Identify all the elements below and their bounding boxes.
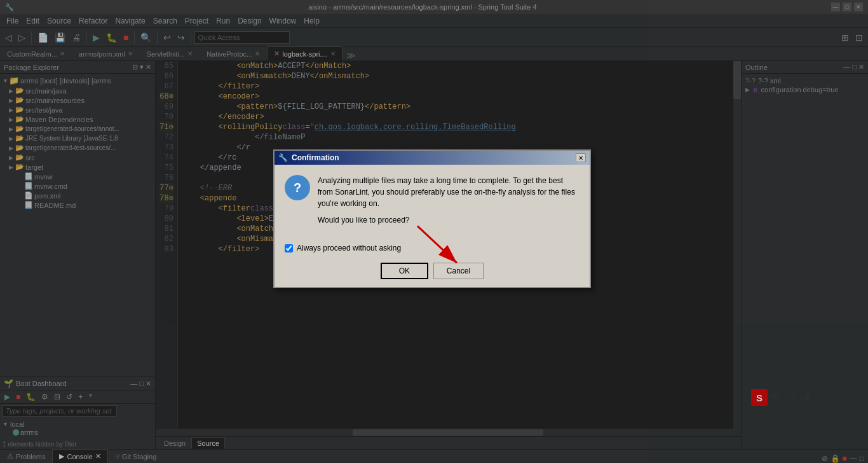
dialog-close-button[interactable]: ✕	[576, 153, 586, 162]
dialog-titlebar: 🔧 Confirmation ✕	[275, 151, 590, 165]
dialog-info-icon: ?	[285, 175, 310, 200]
dialog-title-icon: 🔧	[278, 153, 288, 162]
question-mark-icon: ?	[294, 181, 301, 195]
dialog-body: ? Analyzing multiple files may take a lo…	[275, 165, 590, 241]
dialog-message-1: Analyzing multiple files may take a long…	[318, 175, 580, 209]
bottom-watermark: S 中·，◎ ↓ ⊞	[751, 389, 811, 406]
always-proceed-checkbox[interactable]	[285, 244, 293, 252]
dialog-title-area: 🔧 Confirmation	[278, 153, 339, 162]
dialog-buttons: OK Cancel	[275, 258, 590, 287]
confirmation-dialog: 🔧 Confirmation ✕ ? Analyzing multiple fi…	[273, 149, 591, 288]
watermark-text: 中·，◎ ↓ ⊞	[771, 392, 811, 403]
dialog-text-area: Analyzing multiple files may take a long…	[318, 175, 580, 231]
always-proceed-label: Always proceed without asking	[297, 244, 401, 252]
dialog-cancel-button[interactable]: Cancel	[433, 263, 484, 279]
dialog-checkbox-row: Always proceed without asking	[275, 241, 590, 258]
dialog-ok-button[interactable]: OK	[381, 263, 428, 279]
s-logo-icon: S	[751, 389, 768, 406]
dialog-message-2: Would you like to proceed?	[318, 214, 580, 226]
dialog-overlay: 🔧 Confirmation ✕ ? Analyzing multiple fi…	[0, 0, 868, 463]
dialog-title-text: Confirmation	[292, 153, 339, 162]
